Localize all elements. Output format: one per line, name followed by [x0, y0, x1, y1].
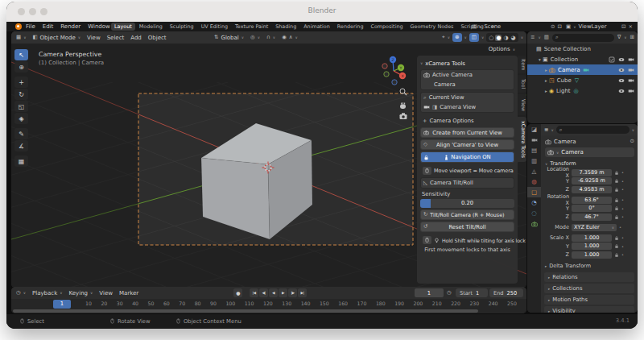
tool-transform-button[interactable]: ◈ [14, 113, 28, 124]
value-field[interactable]: 46.7° [572, 214, 612, 221]
camera-render-toggle-icon[interactable] [628, 56, 634, 63]
tab-texture-paint[interactable]: Texture Paint [232, 23, 271, 31]
eye-icon[interactable] [618, 67, 625, 73]
lock-icon[interactable] [614, 205, 619, 211]
tab-shading[interactable]: Shading [272, 23, 299, 31]
clock-icon[interactable]: ◷ [447, 290, 452, 296]
camera-render-toggle-icon[interactable] [628, 88, 634, 94]
properties-tab-view-layer[interactable]: ▥ [527, 155, 541, 166]
animate-dot-icon[interactable]: • [621, 170, 624, 175]
outliner-row-scene-collection[interactable]: ▤Scene Collection [527, 44, 638, 54]
animate-dot-icon[interactable]: • [621, 206, 624, 211]
value-field[interactable]: 1.000 [572, 251, 612, 259]
expand-icon[interactable]: ▸ [543, 78, 549, 83]
jump-end-button[interactable]: ▶| [298, 288, 307, 297]
section-collections[interactable]: ▸Collections [544, 284, 634, 293]
animate-dot-icon[interactable]: • [621, 244, 624, 249]
animate-dot-icon[interactable]: • [619, 225, 621, 230]
expand-icon[interactable]: ▸ [543, 68, 549, 73]
outliner-editor-icon[interactable]: ≡ [530, 35, 535, 40]
viewport-menu-add[interactable]: Add [130, 35, 142, 41]
tab-compositing[interactable]: Compositing [367, 23, 406, 31]
current-frame-marker[interactable]: 1 [53, 300, 71, 309]
eye-icon[interactable] [618, 88, 625, 94]
timeline-menu-keying[interactable]: Keying∨ [69, 290, 93, 296]
display-mode-icon[interactable]: ▥ [544, 35, 549, 40]
proportional-edit-icon[interactable]: ◉ [282, 35, 287, 40]
section-motion-paths[interactable]: ▸Motion Paths [544, 295, 634, 305]
expand-icon[interactable]: ▸ [543, 89, 549, 93]
value-field[interactable]: 0° [572, 205, 612, 212]
gizmo-neg-y-axis[interactable] [384, 72, 389, 77]
active-camera-name[interactable]: Camera [434, 81, 456, 88]
tiltroll-button[interactable]: ↻Tilt/Roll Camera (R + Mouse) [420, 209, 514, 220]
expand-icon[interactable]: ▾ [537, 57, 543, 62]
sidebar-tab-xcamera-tools[interactable]: xCamera Tools [518, 117, 526, 162]
menu-edit[interactable]: Edit [43, 23, 54, 30]
mode-dropdown[interactable]: ◧Object Mode∨ [32, 35, 80, 41]
menu-window[interactable]: Window [88, 23, 110, 30]
properties-tab-output[interactable]: ▤ [527, 145, 541, 155]
panel-header[interactable]: ∨xCamera Tools [420, 59, 514, 68]
section-visibility[interactable]: ▸Visibility [544, 306, 634, 313]
outliner-item-name[interactable]: Cube [557, 77, 572, 84]
snap-magnet-icon[interactable]: ∩ [266, 35, 270, 40]
light-object-icon[interactable]: ◉ [549, 88, 554, 94]
properties-tab-scene[interactable]: ◬ [527, 166, 541, 176]
tool-rotate-button[interactable]: ↻ [14, 89, 28, 100]
new-collection-icon[interactable]: ⊞ [630, 35, 634, 40]
tool-scale-button[interactable]: ◱ [14, 101, 28, 112]
sensitivity-slider[interactable]: 0.20 [420, 199, 514, 208]
timeline-scrollbar[interactable] [13, 309, 478, 313]
animate-dot-icon[interactable]: • [621, 235, 624, 240]
sidebar-tab-tool[interactable]: Tool [518, 75, 526, 93]
camera-data-icon[interactable] [583, 67, 589, 73]
sidebar-tab-view[interactable]: View [518, 94, 526, 115]
outliner-row-collection[interactable]: ▾▣Collection [527, 54, 638, 64]
animate-dot-icon[interactable]: • [621, 214, 624, 219]
animate-dot-icon[interactable]: • [621, 252, 624, 257]
lock-icon[interactable] [614, 187, 619, 193]
orientation-dropdown[interactable]: Global [221, 35, 238, 41]
record-button[interactable]: ● [233, 288, 242, 297]
value-field[interactable]: 1.000 [572, 234, 612, 242]
menu-file[interactable]: File [26, 23, 35, 30]
properties-tab-camera-data[interactable] [527, 218, 541, 229]
tool-select-box-button[interactable]: ↖ [14, 49, 28, 60]
xray-toggle[interactable]: ◫ [469, 33, 479, 42]
overlays-toggle[interactable]: ⊚ [452, 33, 461, 42]
tab-rendering[interactable]: Rendering [334, 23, 367, 31]
blender-logo-icon[interactable] [15, 23, 22, 30]
gizmo-toggle-icon[interactable]: ⌖ [442, 35, 445, 40]
unlink-icon[interactable]: × [629, 24, 633, 30]
lock-icon[interactable] [614, 252, 619, 258]
properties-tab-world[interactable]: ◍ [527, 176, 541, 187]
properties-tab-object[interactable]: ▢ [527, 187, 541, 197]
camera-object-icon[interactable] [549, 67, 555, 73]
value-field[interactable]: 4.9583 m [572, 186, 612, 193]
delta-transform-section[interactable]: ▸Delta Transform [543, 261, 636, 271]
camera-options-header[interactable]: +Camera Options [420, 116, 514, 126]
tool-add-cube-button[interactable]: ▦ [14, 155, 28, 167]
current-frame-field[interactable]: 1 [415, 288, 444, 297]
copy-icon[interactable]: ⊡ [621, 24, 625, 30]
solid-shading-icon[interactable]: ● [495, 35, 502, 41]
create-from-view-button[interactable]: Create from Current View [420, 127, 514, 138]
value-field[interactable]: 1.000 [572, 243, 612, 250]
value-field[interactable]: -6.9258 m [572, 177, 612, 185]
outliner-item-name[interactable]: Scene Collection [544, 46, 591, 52]
tool-move-button[interactable]: + [14, 77, 28, 88]
timeline-menu-marker[interactable]: Marker [119, 290, 138, 296]
timeline-editor-button[interactable]: ◷∨ [16, 290, 26, 296]
lock-icon[interactable] [614, 235, 619, 241]
mesh-data-icon[interactable]: ▽ [575, 77, 579, 84]
play-reverse-button[interactable]: ◀ [269, 288, 278, 297]
menu-render[interactable]: Render [60, 23, 80, 30]
tab-geometry-nodes[interactable]: Geometry Nodes [407, 23, 457, 31]
tab-animation[interactable]: Animation [300, 23, 333, 31]
filter-icon[interactable]: ∇ [617, 35, 621, 40]
eye-icon[interactable] [618, 56, 625, 63]
outliner-item-name[interactable]: Camera [558, 67, 580, 73]
lock-icon[interactable] [614, 197, 619, 203]
lock-icon[interactable] [614, 170, 619, 176]
